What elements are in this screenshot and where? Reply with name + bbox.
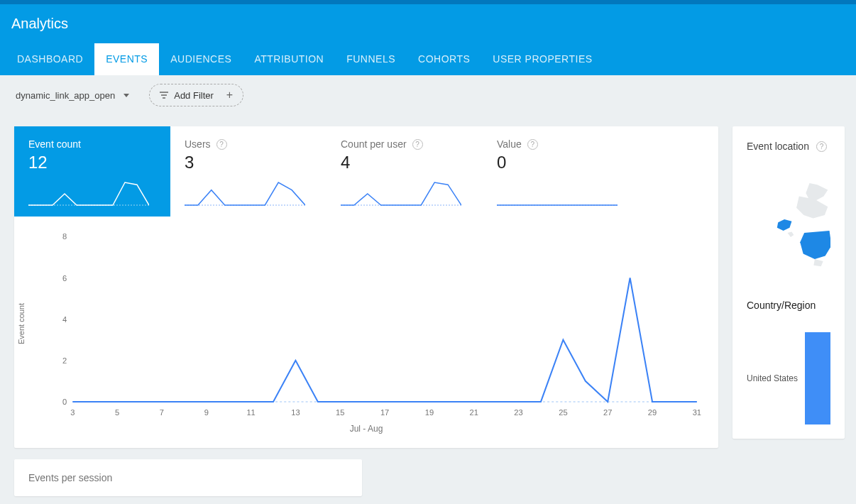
tab-cohorts[interactable]: COHORTS [407, 43, 481, 75]
add-filter-label: Add Filter [174, 90, 214, 101]
metric-value: 4 [341, 153, 468, 172]
svg-text:25: 25 [559, 407, 567, 416]
tab-attribution[interactable]: ATTRIBUTION [243, 43, 335, 75]
tab-user-properties[interactable]: USER PROPERTIES [481, 43, 603, 75]
side-column: Event location ? Country/Region United S… [732, 126, 845, 496]
event-dropdown-label: dynamic_link_app_open [16, 90, 115, 101]
sparkline [28, 180, 149, 207]
metric-tile-count-per-user[interactable]: Count per user?4 [327, 126, 483, 217]
event-location-title: Event location ? [747, 141, 830, 152]
map-region [796, 196, 828, 218]
page-title: Analytics [0, 4, 856, 43]
country-label: United States [747, 373, 805, 383]
country-region-header: Country/Region [747, 300, 830, 311]
sparkline [497, 180, 618, 207]
sparkline [185, 180, 305, 207]
help-icon[interactable]: ? [527, 139, 538, 150]
metric-tile-event-count[interactable]: Event count12 [14, 126, 170, 217]
metric-value: 12 [28, 153, 156, 172]
content: Event count12Users?3Count per user?4Valu… [0, 115, 856, 496]
svg-text:11: 11 [246, 407, 255, 416]
metric-label: Value? [497, 138, 625, 150]
svg-text:19: 19 [425, 407, 434, 416]
svg-text:29: 29 [648, 407, 657, 416]
plus-icon: + [226, 89, 233, 102]
svg-text:4: 4 [62, 315, 67, 324]
country-bar-row: United States [747, 332, 830, 424]
svg-text:23: 23 [514, 407, 522, 416]
location-map [747, 165, 830, 285]
add-filter-button[interactable]: Add Filter + [149, 84, 243, 106]
svg-text:2: 2 [62, 356, 67, 365]
svg-text:3: 3 [70, 407, 75, 416]
metric-value: 3 [185, 153, 312, 172]
event-dropdown[interactable]: dynamic_link_app_open [10, 87, 135, 104]
svg-text:0: 0 [62, 398, 67, 406]
map-region [788, 232, 794, 237]
tab-funnels[interactable]: FUNNELS [335, 43, 407, 75]
metric-value: 0 [497, 153, 625, 172]
metric-label: Count per user? [341, 138, 468, 150]
chart-y-axis-label: Event count [17, 303, 26, 344]
map-us [800, 231, 830, 259]
svg-text:5: 5 [115, 407, 119, 416]
svg-text:27: 27 [603, 407, 612, 416]
tab-events[interactable]: EVENTS [94, 43, 159, 75]
svg-text:13: 13 [291, 407, 300, 416]
svg-text:9: 9 [204, 407, 209, 416]
tab-bar: DASHBOARDEVENTSAUDIENCESATTRIBUTIONFUNNE… [0, 43, 856, 75]
filter-icon [160, 92, 168, 99]
help-icon[interactable]: ? [216, 139, 227, 150]
sparkline [341, 180, 461, 207]
metric-label: Event count [28, 138, 156, 150]
help-icon[interactable]: ? [816, 141, 827, 152]
metric-tile-users[interactable]: Users?3 [170, 126, 327, 217]
main-chart: Event count 0246835791113151719212325272… [14, 217, 718, 422]
metric-label: Users? [185, 138, 312, 150]
events-per-session-title: Events per session [28, 472, 348, 483]
main-column: Event count12Users?3Count per user?4Valu… [14, 126, 718, 496]
header: Analytics DASHBOARDEVENTSAUDIENCESATTRIB… [0, 4, 856, 75]
chart-x-axis-label: Jul - Aug [14, 424, 718, 434]
events-per-session-card: Events per session [14, 459, 362, 496]
map-alaska [777, 219, 792, 231]
map-region [813, 259, 823, 266]
filter-bar: dynamic_link_app_open Add Filter + [0, 75, 856, 115]
svg-text:31: 31 [693, 407, 701, 416]
svg-text:8: 8 [62, 232, 67, 241]
svg-text:6: 6 [62, 273, 67, 282]
tab-audiences[interactable]: AUDIENCES [159, 43, 243, 75]
svg-text:7: 7 [160, 407, 164, 416]
svg-text:21: 21 [470, 407, 478, 416]
metrics-chart-card: Event count12Users?3Count per user?4Valu… [14, 126, 718, 448]
svg-text:15: 15 [336, 407, 344, 416]
country-bar [805, 332, 830, 424]
svg-text:17: 17 [380, 407, 389, 416]
help-icon[interactable]: ? [412, 139, 423, 150]
event-location-card: Event location ? Country/Region United S… [732, 126, 845, 439]
event-location-label: Event location [747, 141, 809, 152]
tab-dashboard[interactable]: DASHBOARD [6, 43, 94, 75]
chevron-down-icon [124, 94, 129, 97]
metric-tiles: Event count12Users?3Count per user?4Valu… [14, 126, 718, 217]
metric-tile-value[interactable]: Value?0 [483, 126, 639, 217]
